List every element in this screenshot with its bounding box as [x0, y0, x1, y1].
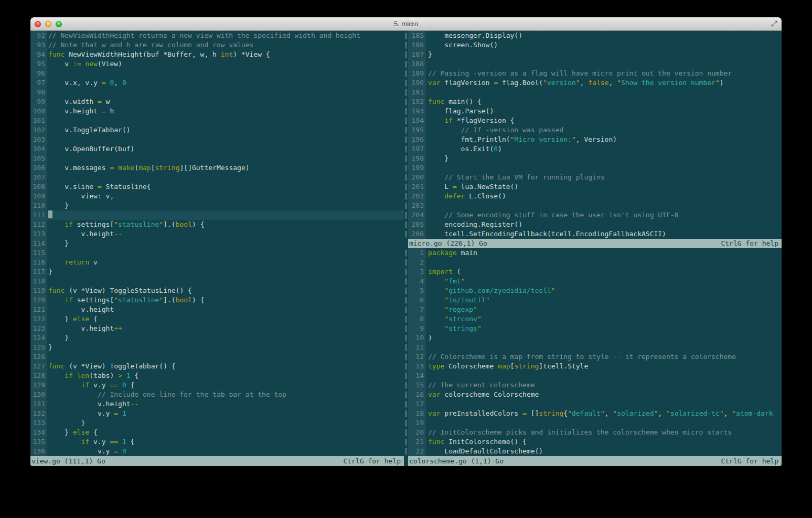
code-line-95[interactable]: 95 v := new(View)	[30, 59, 404, 69]
code-line-195[interactable]: 195 // If -version was passed	[408, 125, 782, 135]
code-line-21[interactable]: 21func InitColorscheme() {	[408, 437, 782, 447]
line-number: 106	[30, 163, 47, 173]
code-line-94[interactable]: 94func NewViewWidthHeight(buf *Buffer, w…	[30, 50, 404, 59]
code-line-129[interactable]: 129 if v.y == 0 {	[30, 380, 404, 390]
code-line-190[interactable]: 190var flagVersion = flag.Bool("version"…	[408, 78, 782, 88]
code-line-22[interactable]: 22 LoadDefaultColorscheme()	[408, 447, 782, 456]
code-area-colorscheme-go[interactable]: 1package main23import (4 "fmt"5 "github.…	[408, 248, 782, 456]
code-text: } else {	[47, 314, 404, 324]
code-line-114[interactable]: 114 }	[30, 239, 404, 248]
code-line-19[interactable]: 19	[408, 418, 782, 428]
code-line-105[interactable]: 105	[30, 154, 404, 163]
code-line-201[interactable]: 201 L = lua.NewState()	[408, 182, 782, 192]
code-line-13[interactable]: 13type Colorscheme map[string]tcell.Styl…	[408, 362, 782, 371]
code-line-111[interactable]: 111	[30, 210, 404, 220]
code-line-8[interactable]: 8 "strconv"	[408, 314, 782, 324]
code-line-16[interactable]: 16var colorscheme Colorscheme	[408, 390, 782, 399]
code-line-96[interactable]: 96	[30, 69, 404, 78]
code-line-132[interactable]: 132 v.y = 1	[30, 409, 404, 418]
titlebar[interactable]: 5. micro ⤢	[30, 17, 782, 31]
code-line-134[interactable]: 134 } else {	[30, 428, 404, 437]
code-line-122[interactable]: 122 } else {	[30, 314, 404, 324]
code-line-194[interactable]: 194 if *flagVersion {	[408, 116, 782, 125]
code-line-205[interactable]: 205 encoding.Register()	[408, 220, 782, 229]
code-line-99[interactable]: 99 v.width = w	[30, 97, 404, 107]
code-line-123[interactable]: 123 v.height++	[30, 324, 404, 333]
code-line-4[interactable]: 4 "fmt"	[408, 277, 782, 286]
code-line-98[interactable]: 98	[30, 88, 404, 97]
code-line-121[interactable]: 121 v.height--	[30, 305, 404, 314]
code-line-108[interactable]: 108 v.sline = Statusline{	[30, 182, 404, 192]
code-line-196[interactable]: 196 fmt.Println("Micro version:", Versio…	[408, 135, 782, 144]
code-line-12[interactable]: 12// Colorscheme is a map from string to…	[408, 352, 782, 362]
code-line-206[interactable]: 206 tcell.SetEncodingFallback(tcell.Enco…	[408, 229, 782, 239]
code-line-106[interactable]: 106 v.messages = make(map[string][]Gutte…	[30, 163, 404, 173]
resize-icon[interactable]: ⤢	[771, 19, 777, 28]
code-line-128[interactable]: 128 if len(tabs) > 1 {	[30, 371, 404, 380]
code-line-136[interactable]: 136 v.y = 0	[30, 447, 404, 456]
code-line-3[interactable]: 3import (	[408, 267, 782, 277]
code-line-116[interactable]: 116 return v	[30, 258, 404, 267]
code-line-100[interactable]: 100 v.height = h	[30, 107, 404, 116]
code-line-135[interactable]: 135 if v.y == 1 {	[30, 437, 404, 447]
code-line-9[interactable]: 9 "strings"	[408, 324, 782, 333]
code-line-102[interactable]: 102 v.ToggleTabbar()	[30, 125, 404, 135]
code-line-188[interactable]: 188	[408, 59, 782, 69]
code-line-97[interactable]: 97 v.x, v.y = 0, 0	[30, 78, 404, 88]
code-line-93[interactable]: 93// Note that w and h are raw column an…	[30, 40, 404, 50]
code-line-204[interactable]: 204 // Some encoding stuff in case the u…	[408, 210, 782, 220]
code-line-131[interactable]: 131 v.height--	[30, 399, 404, 409]
code-line-18[interactable]: 18var preInstalledColors = []string{"def…	[408, 409, 782, 418]
code-line-10[interactable]: 10)	[408, 333, 782, 343]
code-line-17[interactable]: 17	[408, 399, 782, 409]
code-line-7[interactable]: 7 "regexp"	[408, 305, 782, 314]
code-line-120[interactable]: 120 if settings["statusline"].(bool) {	[30, 295, 404, 305]
divider-gap	[404, 239, 408, 248]
code-line-125[interactable]: 125}	[30, 343, 404, 352]
code-line-198[interactable]: 198 }	[408, 154, 782, 163]
code-line-200[interactable]: 200 // Start the Lua VM for running plug…	[408, 173, 782, 182]
code-line-192[interactable]: 192func main() {	[408, 97, 782, 107]
divider-bar: |	[404, 201, 408, 210]
code-line-199[interactable]: 199	[408, 163, 782, 173]
code-line-130[interactable]: 130 // Include one line for the tab bar …	[30, 390, 404, 399]
code-line-187[interactable]: 187}	[408, 50, 782, 59]
code-line-124[interactable]: 124 }	[30, 333, 404, 343]
code-line-15[interactable]: 15// The current colorscheme	[408, 380, 782, 390]
code-line-127[interactable]: 127func (v *View) ToggleTabbar() {	[30, 362, 404, 371]
code-line-119[interactable]: 119func (v *View) ToggleStatusLine() {	[30, 286, 404, 295]
code-line-115[interactable]: 115	[30, 248, 404, 258]
code-line-118[interactable]: 118	[30, 277, 404, 286]
code-line-109[interactable]: 109 view: v,	[30, 192, 404, 201]
code-line-185[interactable]: 185 messenger.Display()	[408, 31, 782, 40]
code-line-202[interactable]: 202 defer L.Close()	[408, 192, 782, 201]
code-area-micro-go[interactable]: 185 messenger.Display()186 screen.Show()…	[408, 31, 782, 239]
code-line-191[interactable]: 191	[408, 88, 782, 97]
code-line-126[interactable]: 126	[30, 352, 404, 362]
code-line-103[interactable]: 103	[30, 135, 404, 144]
split-divider[interactable]: ||||||||||||||||||||||||||||||||||||||||…	[404, 31, 408, 466]
code-line-203[interactable]: 203	[408, 201, 782, 210]
code-line-11[interactable]: 11	[408, 343, 782, 352]
code-line-189[interactable]: 189// Passing -version as a flag will ha…	[408, 69, 782, 78]
divider-bar: |	[404, 182, 408, 192]
code-line-112[interactable]: 112 if settings["statusline"].(bool) {	[30, 220, 404, 229]
code-line-92[interactable]: 92// NewViewWidthHeight returns a new vi…	[30, 31, 404, 40]
code-line-6[interactable]: 6 "io/ioutil"	[408, 295, 782, 305]
code-line-14[interactable]: 14	[408, 371, 782, 380]
code-line-107[interactable]: 107	[30, 173, 404, 182]
code-area-view-go[interactable]: 92// NewViewWidthHeight returns a new vi…	[30, 31, 404, 456]
code-line-104[interactable]: 104 v.OpenBuffer(buf)	[30, 144, 404, 154]
code-line-117[interactable]: 117}	[30, 267, 404, 277]
code-line-197[interactable]: 197 os.Exit(0)	[408, 144, 782, 154]
code-line-133[interactable]: 133 }	[30, 418, 404, 428]
code-line-110[interactable]: 110 }	[30, 201, 404, 210]
code-line-1[interactable]: 1package main	[408, 248, 782, 258]
code-line-20[interactable]: 20// InitColorscheme picks and initializ…	[408, 428, 782, 437]
code-line-2[interactable]: 2	[408, 258, 782, 267]
code-line-186[interactable]: 186 screen.Show()	[408, 40, 782, 50]
code-line-5[interactable]: 5 "github.com/zyedidia/tcell"	[408, 286, 782, 295]
code-line-193[interactable]: 193 flag.Parse()	[408, 107, 782, 116]
code-line-113[interactable]: 113 v.height--	[30, 229, 404, 239]
code-line-101[interactable]: 101	[30, 116, 404, 125]
